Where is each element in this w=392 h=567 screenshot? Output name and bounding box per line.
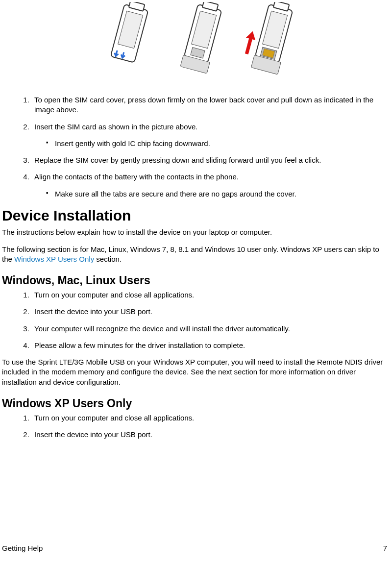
sub-item: Make sure all the tabs are secure and th… xyxy=(46,189,390,199)
list-item: Replace the SIM cover by gently pressing… xyxy=(31,155,390,165)
sub-list: Insert gently with gold IC chip facing d… xyxy=(34,139,390,148)
sim-steps-list: To open the SIM card cover, press down f… xyxy=(2,95,390,199)
list-item: Insert the device into your USB port. xyxy=(31,307,390,317)
step-text: Insert the device into your USB port. xyxy=(34,307,152,316)
sub-text: Make sure all the tabs are secure and th… xyxy=(55,190,296,198)
step-text: Replace the SIM cover by gently pressing… xyxy=(34,156,321,164)
list-item: Please allow a few minutes for the drive… xyxy=(31,341,390,350)
step-text: Please allow a few minutes for the drive… xyxy=(34,341,245,349)
intro-paragraph-1: The instructions below explain how to in… xyxy=(2,227,390,237)
heading-windows-xp: Windows XP Users Only xyxy=(2,396,390,411)
xp-steps-list: Turn on your computer and close all appl… xyxy=(2,413,390,440)
list-item: To open the SIM card cover, press down f… xyxy=(31,95,390,115)
page-number: 7 xyxy=(383,543,387,553)
list-item: Insert the SIM card as shown in the pict… xyxy=(31,122,390,149)
wml-steps-list: Turn on your computer and close all appl… xyxy=(2,290,390,350)
step-text: Turn on your computer and close all appl… xyxy=(34,414,194,422)
page-footer: Getting Help 7 xyxy=(2,543,387,553)
sub-item: Insert gently with gold IC chip facing d… xyxy=(46,139,390,148)
heading-windows-mac-linux: Windows, Mac, Linux Users xyxy=(2,273,390,288)
list-item: Your computer will recognize the device … xyxy=(31,324,390,334)
step-text: Turn on your computer and close all appl… xyxy=(34,291,194,299)
sub-text: Insert gently with gold IC chip facing d… xyxy=(55,139,210,148)
ndis-paragraph: To use the Sprint LTE/3G Mobile USB on y… xyxy=(2,357,390,387)
intro-p2-text-b: section. xyxy=(94,255,122,263)
list-item: Align the contacts of the battery with t… xyxy=(31,172,390,199)
step-text: Insert the device into your USB port. xyxy=(34,430,152,439)
list-item: Turn on your computer and close all appl… xyxy=(31,290,390,300)
heading-device-installation: Device Installation xyxy=(2,206,390,226)
windows-xp-link[interactable]: Windows XP Users Only xyxy=(14,255,94,263)
list-item: Turn on your computer and close all appl… xyxy=(31,413,390,423)
step-text: To open the SIM card cover, press down f… xyxy=(34,96,373,114)
step-text: Insert the SIM card as shown in the pict… xyxy=(34,123,198,131)
sub-list: Make sure all the tabs are secure and th… xyxy=(34,189,390,199)
sim-install-illustration xyxy=(2,2,390,80)
intro-paragraph-2: The following section is for Mac, Linux,… xyxy=(2,245,390,265)
step-text: Your computer will recognize the device … xyxy=(34,324,290,333)
footer-section-title: Getting Help xyxy=(2,544,43,552)
step-text: Align the contacts of the battery with t… xyxy=(34,173,239,181)
list-item: Insert the device into your USB port. xyxy=(31,430,390,440)
